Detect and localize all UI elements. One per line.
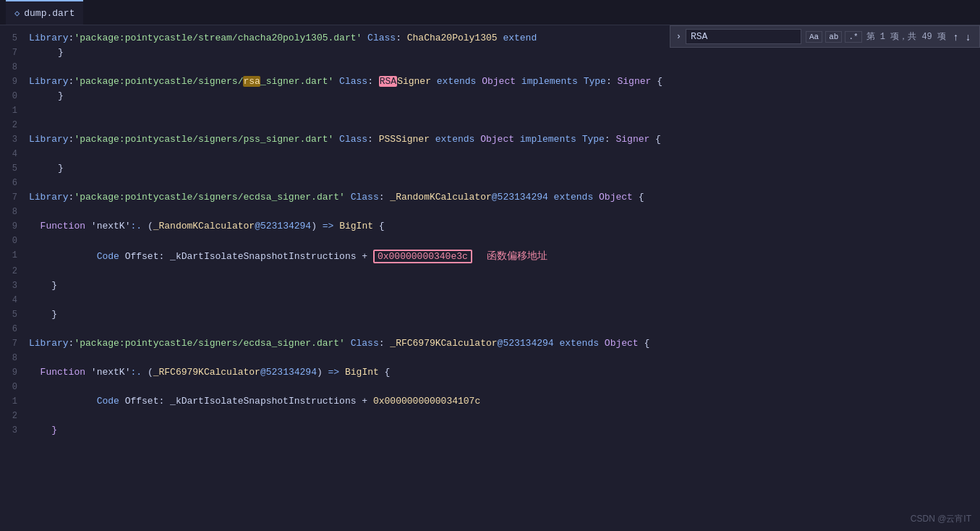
code-line: 9 Function 'nextK':. (_RFC6979KCalculato… [0,365,980,380]
code-line: 7 Library:'package:pointycastle/signers/… [0,336,980,351]
line-content: } [29,89,980,103]
line-number: 8 [0,205,29,219]
line-number: 5 [0,31,29,46]
code-line: 7 } [0,46,980,60]
line-number: 7 [0,190,29,205]
line-number: 9 [0,365,29,380]
dart-icon: ◇ [14,8,20,19]
line-number: 9 [0,75,29,89]
line-number: 6 [0,322,29,336]
line-number: 9 [0,219,29,234]
code-line: 8 [0,351,980,365]
line-content: } [29,46,980,60]
line-number: 0 [0,380,29,394]
line-number: 2 [0,118,29,132]
line-number: 7 [0,46,29,60]
line-content: Library:'package:pointycastle/signers/rs… [29,75,980,89]
line-content: Function 'nextK':. (_RandomKCalculator@5… [29,219,980,234]
line-number: 1 [0,394,29,409]
match-case-btn[interactable]: Aa [806,31,822,43]
line-number: 8 [0,351,29,365]
line-content: Library:'package:pointycastle/signers/ec… [29,336,980,351]
line-number: 7 [0,336,29,351]
line-content: Library:'package:pointycastle/signers/ps… [29,132,980,147]
line-number: 5 [0,161,29,176]
code-line: 0 [0,380,980,394]
line-number: 3 [0,279,29,293]
line-number: 3 [0,132,29,147]
search-next-btn[interactable]: ↓ [963,32,973,42]
watermark: CSDN @云宵IT [911,513,971,525]
tab-label: dump.dart [24,8,74,19]
editor-container: ◇ dump.dart › Aa ab .* 第 1 项，共 49 项 ↑ ↓ [0,0,980,531]
code-line: 6 [0,322,980,336]
code-line: 1 [0,103,980,118]
line-content: Code Offset: _kDartIsolateSnapshotInstru… [29,248,980,264]
code-editor[interactable]: › Aa ab .* 第 1 项，共 49 项 ↑ ↓ 5 Librar [0,25,980,531]
code-line: 3 } [0,423,980,438]
annotation-text: 函数偏移地址 [487,250,547,261]
code-line: 9 Library:'package:pointycastle/signers/… [0,75,980,89]
code-lines: 5 Library:'package:pointycastle/stream/c… [0,25,980,443]
line-content: } [29,423,980,438]
search-options: Aa ab .* [806,31,862,43]
code-line: 9 Function 'nextK':. (_RandomKCalculator… [0,219,980,234]
line-number: 3 [0,423,29,438]
code-line: 7 Library:'package:pointycastle/signers/… [0,190,980,205]
search-bar: › Aa ab .* 第 1 项，共 49 项 ↑ ↓ [670,25,980,48]
code-line: 2 [0,264,980,279]
tab-bar: ◇ dump.dart [0,0,980,25]
line-number: 5 [0,307,29,322]
line-number: 1 [0,103,29,118]
line-content: Library:'package:pointycastle/signers/ec… [29,190,980,205]
file-tab[interactable]: ◇ dump.dart [6,0,83,25]
code-line: 3 Library:'package:pointycastle/signers/… [0,132,980,147]
content-area: › Aa ab .* 第 1 项，共 49 项 ↑ ↓ 5 Librar [0,25,980,531]
code-line: 8 [0,205,980,219]
search-nav: ↑ ↓ [950,32,973,42]
line-number: 2 [0,264,29,279]
code-line: 5 } [0,307,980,322]
code-offset-line-2: 1 Code Offset: _kDartIsolateSnapshotInst… [0,394,980,409]
search-count: 第 1 项，共 49 项 [866,30,946,43]
line-number: 8 [0,60,29,75]
offset-value: 0x00000000340e3c [373,250,472,263]
line-number: 2 [0,409,29,423]
line-content: Code Offset: _kDartIsolateSnapshotInstru… [29,394,980,409]
line-content: } [29,161,980,176]
code-line: 6 [0,176,980,190]
code-line: 3 } [0,279,980,293]
search-prev-btn[interactable]: ↑ [950,32,961,42]
match-word-btn[interactable]: ab [825,31,842,43]
line-number: 4 [0,293,29,307]
code-line: 4 [0,293,980,307]
line-content: Function 'nextK':. (_RFC6979KCalculator@… [29,365,980,380]
code-line: 4 [0,147,980,161]
code-offset-line: 1 Code Offset: _kDartIsolateSnapshotInst… [0,248,980,264]
line-number: 6 [0,176,29,190]
code-line: 5 } [0,161,980,176]
line-content: } [29,279,980,293]
code-line: 0 } [0,89,980,103]
search-chevron: › [676,32,681,42]
regex-btn[interactable]: .* [845,31,861,43]
line-number: 4 [0,147,29,161]
line-number: 0 [0,89,29,103]
code-line: 2 [0,118,980,132]
code-line: 8 [0,60,980,75]
code-line: 2 [0,409,980,423]
line-content: } [29,307,980,322]
code-line: 0 [0,234,980,248]
line-number: 0 [0,234,29,248]
line-number: 1 [0,248,29,263]
search-input[interactable] [686,29,801,44]
